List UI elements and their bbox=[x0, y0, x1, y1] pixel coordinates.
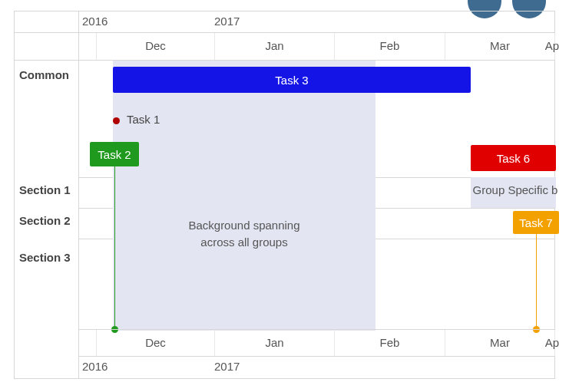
group-label-common: Common bbox=[19, 68, 69, 81]
task-flag-task2-line bbox=[114, 166, 115, 329]
background-group-specific-label: Group Specific b bbox=[472, 183, 558, 196]
side-header-sub bbox=[15, 33, 78, 61]
month-col-dec-bottom: Dec bbox=[96, 330, 214, 356]
main-column: 2016 2017 Dec Jan Feb Mar Ap Background … bbox=[79, 12, 554, 378]
month-col-mar-top: Mar bbox=[445, 33, 555, 60]
year-label-2016-bottom: 2016 bbox=[82, 360, 108, 373]
task-bar-task6[interactable]: Task 6 bbox=[471, 145, 556, 171]
month-col-jan-top: Jan bbox=[214, 33, 334, 60]
year-label-2016-top: 2016 bbox=[82, 15, 108, 28]
group-label-section3: Section 3 bbox=[19, 251, 71, 264]
year-label-2017-bottom: 2017 bbox=[214, 360, 240, 373]
background-all-groups-label-2: across all groups bbox=[125, 236, 363, 249]
header-months-top: Dec Jan Feb Mar Ap bbox=[79, 33, 554, 61]
footer-years: 2016 2017 bbox=[79, 357, 554, 378]
side-header-top bbox=[15, 12, 78, 33]
footer: Dec Jan Feb Mar Ap 2016 2017 bbox=[79, 329, 554, 378]
month-col-dec-top: Dec bbox=[96, 33, 214, 60]
month-col-feb-top: Feb bbox=[334, 33, 445, 60]
month-col-mar-bottom: Mar bbox=[445, 330, 555, 356]
header-years-top: 2016 2017 bbox=[79, 12, 554, 33]
month-col-apr-bottom: Ap bbox=[545, 336, 559, 349]
background-all-groups bbox=[113, 61, 375, 331]
group-label-section1: Section 1 bbox=[19, 183, 71, 196]
footer-months: Dec Jan Feb Mar Ap bbox=[79, 329, 554, 357]
gantt-chart: Common Section 1 Section 2 Section 3 201… bbox=[0, 0, 569, 392]
task-bar-task3[interactable]: Task 3 bbox=[113, 67, 471, 93]
task-flag-task7[interactable]: Task 7 bbox=[513, 211, 559, 234]
month-col-feb-bottom: Feb bbox=[334, 330, 445, 356]
side-column: Common Section 1 Section 2 Section 3 bbox=[15, 12, 79, 378]
month-col-apr-top: Ap bbox=[545, 39, 559, 52]
background-all-groups-label-1: Background spanning bbox=[125, 219, 363, 232]
year-label-2017-top: 2017 bbox=[214, 15, 240, 28]
task-flag-task7-line bbox=[536, 234, 537, 329]
task-point-task1[interactable] bbox=[113, 117, 120, 124]
task-point-task1-label: Task 1 bbox=[127, 113, 160, 126]
month-col-jan-bottom: Jan bbox=[214, 330, 334, 356]
group-label-section2: Section 2 bbox=[19, 214, 71, 227]
chart-area[interactable]: Common Section 1 Section 2 Section 3 201… bbox=[14, 11, 555, 379]
task-flag-task2[interactable]: Task 2 bbox=[90, 142, 139, 166]
